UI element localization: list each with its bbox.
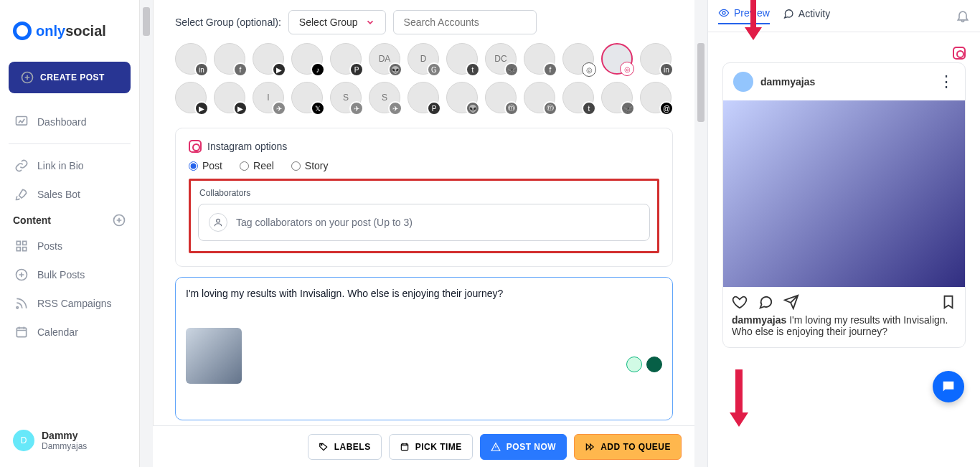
ma-badge-icon: ⓜ: [504, 101, 519, 115]
scrollbar[interactable]: [140, 0, 153, 467]
ai-assist-buttons[interactable]: [626, 357, 662, 372]
nav-dashboard[interactable]: Dashboard: [9, 108, 131, 136]
bs-badge-icon: 🦋: [504, 62, 519, 77]
accounts-row-2: ▶▶I✈𝕏S✈S✈P👽ⓜⓜt🦋@: [175, 82, 673, 121]
account-avatar[interactable]: ◎: [601, 43, 633, 75]
account-avatar[interactable]: in: [640, 43, 672, 75]
user-name: Dammy: [42, 430, 87, 441]
account-avatar[interactable]: t: [446, 43, 478, 75]
search-accounts-input[interactable]: [393, 10, 537, 34]
svg-rect-3: [17, 241, 20, 245]
media-thumbnail[interactable]: [186, 328, 242, 384]
radio-story[interactable]: Story: [291, 160, 329, 171]
svg-rect-12: [401, 443, 407, 450]
dashboard-icon: [14, 115, 29, 129]
ai-chat-icon[interactable]: [646, 357, 662, 372]
plus-circle-icon: [14, 268, 29, 282]
account-avatar[interactable]: ▶: [175, 82, 207, 113]
account-avatar[interactable]: ◎: [562, 43, 594, 75]
account-avatar[interactable]: I✈: [253, 82, 284, 113]
account-avatar[interactable]: S✈: [330, 82, 362, 113]
select-group-button[interactable]: Select Group: [288, 10, 386, 34]
bookmark-icon[interactable]: [941, 294, 956, 310]
grid-icon: [14, 239, 29, 253]
re-badge-icon: 👽: [388, 62, 402, 77]
nav-bulkposts[interactable]: Bulk Posts: [9, 260, 131, 289]
account-avatar[interactable]: S✈: [369, 82, 400, 113]
link-icon: [14, 159, 29, 173]
account-avatar[interactable]: @: [640, 82, 672, 113]
account-avatar[interactable]: ⓜ: [485, 82, 517, 113]
fb-badge-icon: f: [543, 62, 557, 77]
composer-text[interactable]: I'm loving my results with Invisalign. W…: [186, 288, 662, 299]
nav-rss[interactable]: RSS Campaigns: [9, 289, 131, 318]
composer[interactable]: I'm loving my results with Invisalign. W…: [175, 277, 673, 420]
collaborators-placeholder: Tag collaborators on your post (Up to 3): [236, 217, 413, 228]
nav-calendar[interactable]: Calendar: [9, 318, 131, 346]
nav-salesbot[interactable]: Sales Bot: [9, 180, 131, 209]
svg-point-13: [722, 11, 725, 14]
account-avatar[interactable]: f: [524, 43, 555, 75]
account-avatar[interactable]: P: [407, 82, 439, 113]
account-avatar[interactable]: DC🦋: [485, 43, 517, 75]
create-post-label: CREATE POST: [40, 72, 105, 82]
post-now-button[interactable]: POST NOW: [480, 434, 567, 460]
nav-label: Link in Bio: [37, 160, 84, 171]
preview-actions: [723, 287, 965, 314]
annotation-arrow-bottom: [730, 369, 748, 427]
comment-icon[interactable]: [758, 294, 773, 310]
sidebar: onlysocial CREATE POST Dashboard Link in…: [0, 0, 140, 467]
radio-reel[interactable]: Reel: [240, 160, 274, 171]
accounts-row-1: inf▶♪PDA👽DGtDC🦋f◎◎in: [175, 43, 673, 82]
post-type-radios: Post Reel Story: [189, 160, 659, 171]
plus-circle-icon[interactable]: [112, 213, 126, 227]
svg-point-11: [321, 444, 322, 445]
user-block[interactable]: D Dammy Dammyajas: [9, 423, 131, 458]
account-avatar[interactable]: 𝕏: [291, 82, 323, 113]
account-avatar[interactable]: DG: [407, 43, 439, 75]
tg-badge-icon: ✈: [349, 101, 364, 115]
help-chat-fab[interactable]: [933, 371, 964, 402]
radio-post[interactable]: Post: [189, 160, 222, 171]
more-icon[interactable]: ⋮: [938, 78, 955, 85]
account-avatar[interactable]: ♪: [291, 43, 323, 75]
preview-image: [723, 100, 965, 287]
nav-linkinbio[interactable]: Link in Bio: [9, 151, 131, 180]
send-icon[interactable]: [783, 294, 799, 310]
bs-badge-icon: 🦋: [621, 101, 635, 115]
collaborators-input[interactable]: Tag collaborators on your post (Up to 3): [198, 204, 650, 241]
tab-activity[interactable]: Activity: [783, 7, 830, 24]
account-avatar[interactable]: 👽: [446, 82, 478, 113]
account-avatar[interactable]: ▶: [253, 43, 284, 75]
account-avatar[interactable]: in: [175, 43, 207, 75]
heart-icon[interactable]: [732, 294, 748, 310]
add-to-queue-button[interactable]: ADD TO QUEUE: [574, 434, 682, 460]
group-label: Select Group (optional):: [175, 16, 281, 28]
calendar-icon: [400, 442, 410, 452]
create-post-button[interactable]: CREATE POST: [9, 62, 131, 93]
account-avatar[interactable]: t: [562, 82, 594, 113]
eye-icon: [718, 7, 730, 19]
account-avatar[interactable]: P: [330, 43, 362, 75]
chevron-down-icon: [365, 17, 375, 27]
ai-lightbulb-icon[interactable]: [626, 357, 642, 372]
bell-icon[interactable]: [956, 9, 970, 23]
labels-button[interactable]: LABELS: [308, 434, 382, 460]
chat-icon: [941, 379, 956, 395]
nav-label: RSS Campaigns: [37, 298, 112, 309]
tab-preview[interactable]: Preview: [718, 7, 770, 24]
warning-icon: [491, 442, 501, 452]
pick-time-button[interactable]: PICK TIME: [389, 434, 473, 460]
preview-area: dammyajas ⋮ dammyajas I'm loving my resu…: [708, 32, 980, 362]
account-avatar[interactable]: ⓜ: [524, 82, 555, 113]
scrollbar[interactable]: [694, 0, 707, 467]
tu-badge-icon: t: [582, 101, 596, 115]
instagram-options-header: Instagram options: [189, 140, 659, 153]
account-avatar[interactable]: ▶: [214, 82, 245, 113]
account-avatar[interactable]: f: [214, 43, 245, 75]
account-avatar[interactable]: DA👽: [369, 43, 400, 75]
nav-posts[interactable]: Posts: [9, 232, 131, 260]
yt-badge-icon: ▶: [233, 101, 248, 115]
account-avatar[interactable]: 🦋: [601, 82, 633, 113]
preview-avatar: [733, 72, 753, 92]
